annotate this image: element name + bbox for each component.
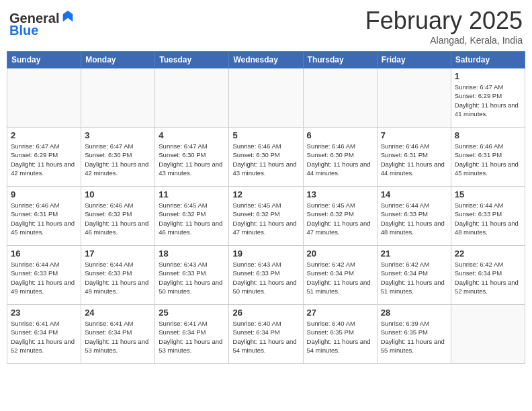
calendar-cell xyxy=(7,68,81,128)
day-number: 5 xyxy=(232,130,299,140)
day-number: 20 xyxy=(307,248,373,259)
page-header: General Blue February 2025 Alangad, Kera… xyxy=(7,7,525,46)
weekday-header-row: SundayMondayTuesdayWednesdayThursdayFrid… xyxy=(7,52,525,68)
day-number: 17 xyxy=(85,248,151,259)
calendar-cell: 1Sunrise: 6:47 AM Sunset: 6:29 PM Daylig… xyxy=(451,68,525,128)
day-number: 9 xyxy=(11,189,77,199)
calendar-cell: 8Sunrise: 6:46 AM Sunset: 6:31 PM Daylig… xyxy=(451,128,525,187)
day-number: 8 xyxy=(455,130,521,140)
calendar-cell: 16Sunrise: 6:44 AM Sunset: 6:33 PM Dayli… xyxy=(7,246,81,305)
day-number: 4 xyxy=(159,130,225,140)
day-info: Sunrise: 6:46 AM Sunset: 6:31 PM Dayligh… xyxy=(455,142,521,177)
calendar-cell: 26Sunrise: 6:40 AM Sunset: 6:34 PM Dayli… xyxy=(229,305,303,364)
day-info: Sunrise: 6:45 AM Sunset: 6:32 PM Dayligh… xyxy=(159,201,225,236)
calendar-cell xyxy=(229,68,303,128)
calendar-cell: 3Sunrise: 6:47 AM Sunset: 6:30 PM Daylig… xyxy=(81,128,155,187)
calendar-cell: 28Sunrise: 6:39 AM Sunset: 6:35 PM Dayli… xyxy=(377,305,451,364)
calendar-cell: 10Sunrise: 6:46 AM Sunset: 6:32 PM Dayli… xyxy=(81,187,155,246)
calendar-cell: 17Sunrise: 6:44 AM Sunset: 6:33 PM Dayli… xyxy=(81,246,155,305)
month-title: February 2025 xyxy=(365,7,523,35)
calendar-week-1: 1Sunrise: 6:47 AM Sunset: 6:29 PM Daylig… xyxy=(7,68,525,128)
calendar-cell: 13Sunrise: 6:45 AM Sunset: 6:32 PM Dayli… xyxy=(303,187,377,246)
day-number: 6 xyxy=(307,130,373,140)
calendar-cell: 14Sunrise: 6:44 AM Sunset: 6:33 PM Dayli… xyxy=(377,187,451,246)
weekday-monday: Monday xyxy=(81,52,155,68)
day-number: 7 xyxy=(381,130,447,140)
day-number: 24 xyxy=(85,308,151,318)
day-info: Sunrise: 6:42 AM Sunset: 6:34 PM Dayligh… xyxy=(381,260,447,295)
day-info: Sunrise: 6:47 AM Sunset: 6:29 PM Dayligh… xyxy=(455,83,521,118)
calendar-cell: 12Sunrise: 6:45 AM Sunset: 6:32 PM Dayli… xyxy=(229,187,303,246)
day-number: 16 xyxy=(11,248,77,259)
day-number: 14 xyxy=(381,189,447,199)
calendar-cell xyxy=(303,68,377,128)
day-info: Sunrise: 6:46 AM Sunset: 6:32 PM Dayligh… xyxy=(85,201,151,236)
day-info: Sunrise: 6:43 AM Sunset: 6:33 PM Dayligh… xyxy=(232,260,299,295)
day-info: Sunrise: 6:40 AM Sunset: 6:35 PM Dayligh… xyxy=(307,319,373,355)
day-info: Sunrise: 6:42 AM Sunset: 6:34 PM Dayligh… xyxy=(307,260,373,295)
calendar-cell: 15Sunrise: 6:44 AM Sunset: 6:33 PM Dayli… xyxy=(451,187,525,246)
weekday-saturday: Saturday xyxy=(451,52,525,68)
day-info: Sunrise: 6:43 AM Sunset: 6:33 PM Dayligh… xyxy=(159,260,225,295)
calendar-cell: 2Sunrise: 6:47 AM Sunset: 6:29 PM Daylig… xyxy=(7,128,81,187)
calendar-cell xyxy=(377,68,451,128)
day-info: Sunrise: 6:42 AM Sunset: 6:34 PM Dayligh… xyxy=(455,260,521,295)
calendar-cell: 19Sunrise: 6:43 AM Sunset: 6:33 PM Dayli… xyxy=(229,246,303,305)
calendar-cell: 18Sunrise: 6:43 AM Sunset: 6:33 PM Dayli… xyxy=(155,246,229,305)
day-info: Sunrise: 6:46 AM Sunset: 6:30 PM Dayligh… xyxy=(307,142,373,177)
calendar-cell xyxy=(155,68,229,128)
title-block: February 2025 Alangad, Kerala, India xyxy=(365,7,523,46)
calendar-cell: 6Sunrise: 6:46 AM Sunset: 6:30 PM Daylig… xyxy=(303,128,377,187)
day-info: Sunrise: 6:47 AM Sunset: 6:30 PM Dayligh… xyxy=(85,142,151,177)
calendar-cell: 4Sunrise: 6:47 AM Sunset: 6:30 PM Daylig… xyxy=(155,128,229,187)
calendar-cell: 7Sunrise: 6:46 AM Sunset: 6:31 PM Daylig… xyxy=(377,128,451,187)
day-number: 25 xyxy=(159,308,225,318)
calendar-week-5: 23Sunrise: 6:41 AM Sunset: 6:34 PM Dayli… xyxy=(7,305,525,364)
day-info: Sunrise: 6:46 AM Sunset: 6:30 PM Dayligh… xyxy=(232,142,299,177)
day-info: Sunrise: 6:44 AM Sunset: 6:33 PM Dayligh… xyxy=(381,201,447,236)
day-number: 22 xyxy=(455,248,521,259)
day-info: Sunrise: 6:45 AM Sunset: 6:32 PM Dayligh… xyxy=(307,201,373,236)
calendar-cell xyxy=(81,68,155,128)
calendar-cell: 20Sunrise: 6:42 AM Sunset: 6:34 PM Dayli… xyxy=(303,246,377,305)
day-info: Sunrise: 6:40 AM Sunset: 6:34 PM Dayligh… xyxy=(232,319,299,355)
calendar-cell: 24Sunrise: 6:41 AM Sunset: 6:34 PM Dayli… xyxy=(81,305,155,364)
calendar-cell: 9Sunrise: 6:46 AM Sunset: 6:31 PM Daylig… xyxy=(7,187,81,246)
logo: General Blue xyxy=(9,11,75,38)
weekday-sunday: Sunday xyxy=(7,52,81,68)
location: Alangad, Kerala, India xyxy=(365,35,523,46)
day-info: Sunrise: 6:46 AM Sunset: 6:31 PM Dayligh… xyxy=(11,201,77,236)
day-info: Sunrise: 6:39 AM Sunset: 6:35 PM Dayligh… xyxy=(381,319,447,355)
day-number: 2 xyxy=(11,130,77,140)
day-info: Sunrise: 6:47 AM Sunset: 6:29 PM Dayligh… xyxy=(11,142,77,177)
weekday-tuesday: Tuesday xyxy=(155,52,229,68)
day-number: 12 xyxy=(232,189,299,199)
calendar-week-4: 16Sunrise: 6:44 AM Sunset: 6:33 PM Dayli… xyxy=(7,246,525,305)
day-info: Sunrise: 6:44 AM Sunset: 6:33 PM Dayligh… xyxy=(455,201,521,236)
calendar-page: General Blue February 2025 Alangad, Kera… xyxy=(0,0,532,371)
day-number: 1 xyxy=(455,71,521,81)
calendar-week-3: 9Sunrise: 6:46 AM Sunset: 6:31 PM Daylig… xyxy=(7,187,525,246)
calendar-cell: 21Sunrise: 6:42 AM Sunset: 6:34 PM Dayli… xyxy=(377,246,451,305)
logo-icon xyxy=(60,9,75,24)
calendar-cell: 22Sunrise: 6:42 AM Sunset: 6:34 PM Dayli… xyxy=(451,246,525,305)
day-number: 26 xyxy=(232,308,299,318)
calendar-cell: 25Sunrise: 6:41 AM Sunset: 6:34 PM Dayli… xyxy=(155,305,229,364)
weekday-friday: Friday xyxy=(377,52,451,68)
weekday-thursday: Thursday xyxy=(303,52,377,68)
calendar-table: SundayMondayTuesdayWednesdayThursdayFrid… xyxy=(7,51,525,364)
day-number: 27 xyxy=(307,308,373,318)
weekday-wednesday: Wednesday xyxy=(229,52,303,68)
day-info: Sunrise: 6:44 AM Sunset: 6:33 PM Dayligh… xyxy=(85,260,151,295)
calendar-cell: 5Sunrise: 6:46 AM Sunset: 6:30 PM Daylig… xyxy=(229,128,303,187)
day-info: Sunrise: 6:41 AM Sunset: 6:34 PM Dayligh… xyxy=(85,319,151,355)
day-info: Sunrise: 6:46 AM Sunset: 6:31 PM Dayligh… xyxy=(381,142,447,177)
day-number: 18 xyxy=(159,248,225,259)
calendar-cell: 11Sunrise: 6:45 AM Sunset: 6:32 PM Dayli… xyxy=(155,187,229,246)
day-number: 3 xyxy=(85,130,151,140)
day-info: Sunrise: 6:41 AM Sunset: 6:34 PM Dayligh… xyxy=(159,319,225,355)
day-number: 23 xyxy=(11,308,77,318)
day-info: Sunrise: 6:47 AM Sunset: 6:30 PM Dayligh… xyxy=(159,142,225,177)
day-number: 11 xyxy=(159,189,225,199)
day-number: 28 xyxy=(381,308,447,318)
